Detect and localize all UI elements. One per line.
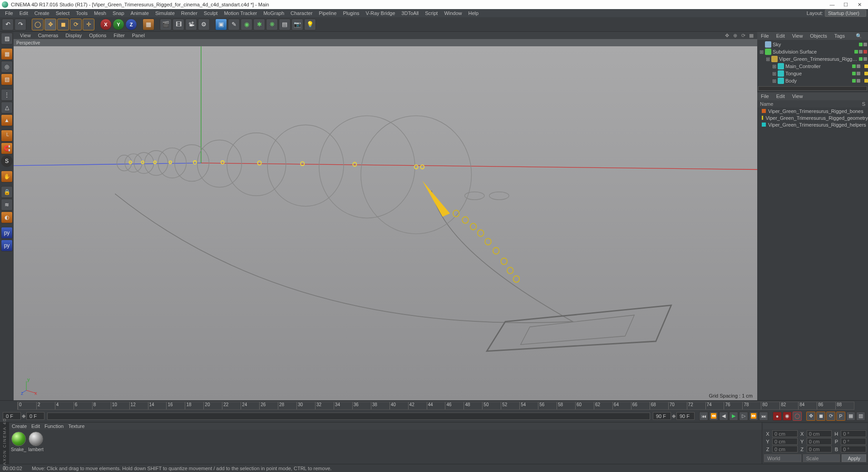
material-lambert[interactable]: lambert <box>28 432 44 452</box>
xray-button[interactable]: ◐ <box>1 211 13 223</box>
move-tool-button[interactable]: ✥ <box>44 19 56 30</box>
visibility-dot[interactable] <box>857 72 860 75</box>
timeline-ruler[interactable]: 0246810121416182022242628303234363840424… <box>17 402 854 410</box>
edges-mode-button[interactable]: △ <box>1 102 13 113</box>
layer-tab-file[interactable]: File <box>759 93 771 99</box>
floor-button[interactable]: ▤ <box>279 19 291 30</box>
scale-tool-button[interactable]: ◼ <box>57 19 69 30</box>
menu-render[interactable]: Render <box>178 10 201 16</box>
menu-mesh[interactable]: Mesh <box>91 10 109 16</box>
go-end-button[interactable]: ⏭ <box>759 412 768 421</box>
tag-icon[interactable] <box>864 72 868 75</box>
render-pv-button[interactable]: 📽 <box>185 19 197 30</box>
obj-tab-tags[interactable]: Tags <box>833 33 847 39</box>
mat-menu-texture[interactable]: Texture <box>68 423 84 429</box>
visibility-dot[interactable] <box>863 43 867 46</box>
render-view-button[interactable]: 🎬 <box>160 19 172 30</box>
visibility-dot[interactable] <box>852 79 856 83</box>
obj-tab-file[interactable]: File <box>759 33 771 39</box>
tree-item-sky[interactable]: Sky <box>757 41 868 48</box>
close-button[interactable]: ✕ <box>856 2 863 8</box>
menu-tools[interactable]: Tools <box>73 10 91 16</box>
visibility-dot[interactable] <box>863 57 867 61</box>
timeline-end-b-field[interactable]: 90 F <box>676 412 695 420</box>
mat-menu-edit[interactable]: Edit <box>31 423 40 429</box>
vp-menu-display[interactable]: Display <box>62 33 85 38</box>
visibility-dot[interactable] <box>854 50 858 54</box>
coord-field[interactable]: 0 cm <box>772 430 798 437</box>
coord-apply-button[interactable]: Apply <box>842 454 866 462</box>
menu-plugins[interactable]: Plugins <box>340 10 362 16</box>
key-opts-button[interactable]: ▥ <box>856 412 865 421</box>
redo-button[interactable]: ↷ <box>15 19 26 30</box>
visibility-dot[interactable] <box>859 43 863 46</box>
menu-mograph[interactable]: MoGraph <box>260 10 287 16</box>
menu-3dtoall[interactable]: 3DToAll <box>398 10 422 16</box>
timeline-end-a-field[interactable]: 90 F <box>653 412 671 420</box>
enable-snap-button[interactable]: 🧲 <box>1 143 13 154</box>
vp-menu-view[interactable]: View <box>16 33 35 38</box>
vp-zoom-icon[interactable]: ⊕ <box>732 32 738 39</box>
tag-icon[interactable] <box>864 64 868 68</box>
go-start-button[interactable]: ⏮ <box>699 412 708 421</box>
expand-icon[interactable]: ⊞ <box>772 64 776 69</box>
last-tool-button[interactable]: ✛ <box>83 19 94 30</box>
key-param-button[interactable]: P <box>836 412 845 421</box>
layer-tab-view[interactable]: View <box>790 93 805 99</box>
menu-window[interactable]: Window <box>441 10 465 16</box>
menu-script[interactable]: Script <box>422 10 441 16</box>
layer-color-swatch[interactable] <box>762 109 766 113</box>
visibility-dot[interactable] <box>852 64 856 68</box>
texture-mode-button[interactable]: ◎ <box>1 61 13 73</box>
menu-help[interactable]: Help <box>465 10 482 16</box>
obj-tab-objects[interactable]: Objects <box>808 33 829 39</box>
menu-snap[interactable]: Snap <box>109 10 128 16</box>
workplane-button[interactable]: ▧ <box>1 74 13 85</box>
coord-scale-dropdown[interactable]: Scale <box>803 454 840 462</box>
isolate-button[interactable]: ≋ <box>1 199 13 211</box>
coord-field[interactable]: 0 ° <box>841 446 866 452</box>
deformer-button[interactable]: ❋ <box>266 19 278 30</box>
coord-field[interactable]: 0 ° <box>841 430 866 437</box>
key-rot-button[interactable]: ⟳ <box>826 412 835 421</box>
menu-select[interactable]: Select <box>53 10 73 16</box>
coord-field[interactable]: 0 cm <box>807 438 832 445</box>
play-button[interactable]: ▶ <box>729 412 738 421</box>
minimize-button[interactable]: — <box>829 2 835 8</box>
layer-row[interactable]: Viper_Green_Trimeresurus_Rigged_geometry <box>757 114 868 121</box>
visibility-dot[interactable] <box>852 72 856 75</box>
visibility-dot[interactable] <box>857 79 860 83</box>
vp-layout-icon[interactable]: ▦ <box>748 32 755 39</box>
menu-simulate[interactable]: Simulate <box>152 10 178 16</box>
light-button[interactable]: 💡 <box>304 19 316 30</box>
menu-sculpt[interactable]: Sculpt <box>201 10 221 16</box>
coord-field[interactable]: 0 cm <box>807 446 832 452</box>
maximize-button[interactable]: ☐ <box>843 2 849 8</box>
coord-system-button[interactable]: ▦ <box>143 19 154 30</box>
axis-x-button[interactable]: X <box>100 19 112 30</box>
menu-motion-tracker[interactable]: Motion Tracker <box>221 10 260 16</box>
coord-field[interactable]: 0 cm <box>772 438 798 445</box>
layer-row[interactable]: Viper_Green_Trimeresurus_Rigged_bones <box>757 108 868 114</box>
tree-item-tongue[interactable]: ⊞Tongue <box>757 70 868 77</box>
menu-pipeline[interactable]: Pipeline <box>316 10 340 16</box>
key-scale-button[interactable]: ◼ <box>816 412 825 421</box>
menu-create[interactable]: Create <box>31 10 53 16</box>
layer-color-swatch[interactable] <box>762 123 766 127</box>
tree-item-main-controller[interactable]: ⊞Main_Controller <box>757 63 868 70</box>
layer-row[interactable]: Viper_Green_Trimeresurus_Rigged_helpers <box>757 121 868 128</box>
menu-v-ray-bridge[interactable]: V-Ray Bridge <box>363 10 399 16</box>
obj-search-icon[interactable]: 🔍 <box>854 33 864 39</box>
vp-menu-filter[interactable]: Filter <box>110 33 128 38</box>
tag-icon[interactable] <box>864 79 868 83</box>
tree-item-body[interactable]: ⊞Body <box>757 77 868 84</box>
expand-icon[interactable]: ⊞ <box>765 56 770 62</box>
coord-field[interactable]: 0 cm <box>772 446 798 452</box>
timeline-range-slider[interactable] <box>47 413 650 420</box>
tweak-button[interactable]: ✋ <box>1 171 13 182</box>
points-mode-button[interactable]: ⋮ <box>1 89 13 101</box>
visibility-dot[interactable] <box>859 57 863 61</box>
coord-world-dropdown[interactable]: World <box>764 454 801 462</box>
script-2-button[interactable]: py <box>1 240 13 251</box>
obj-tab-edit[interactable]: Edit <box>774 33 787 39</box>
